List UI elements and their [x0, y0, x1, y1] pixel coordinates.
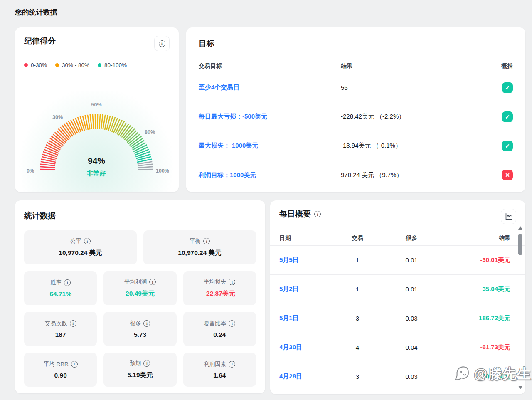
scroll-up-icon[interactable]	[518, 226, 522, 230]
stat-tile: 交易次数i187	[24, 312, 97, 346]
info-icon[interactable]: i	[229, 320, 235, 327]
daily-result: 186.72美元	[441, 314, 510, 322]
legend-dot-icon	[55, 63, 59, 67]
stat-tile: 平衡i10,970.24 美元	[143, 230, 256, 264]
daily-date-link[interactable]: 5月2日	[279, 285, 332, 293]
info-icon[interactable]: i	[143, 360, 150, 367]
daily-row: 4月30日40.04-61.73美元	[270, 333, 525, 362]
stat-value: 5.19美元	[127, 371, 153, 380]
legend-label: 0-30%	[31, 62, 47, 68]
discipline-title: 纪律得分	[24, 36, 56, 47]
daily-row: 5月5日10.01-30.01美元	[270, 246, 525, 275]
gauge-axis-label: 80%	[145, 129, 155, 135]
scroll-down-icon[interactable]	[518, 386, 522, 389]
daily-summary-header: 每日概要 i	[270, 200, 525, 224]
goal-status-check-icon: ✓	[502, 141, 513, 151]
goal-link[interactable]: 每日最大亏损：-500美元	[199, 113, 341, 121]
info-icon: i	[159, 40, 165, 47]
daily-trades: 1	[332, 257, 382, 264]
stat-tile: 公平i10,970.24 美元	[24, 230, 137, 264]
goal-row: 最大损失：-1000美元-13.94美元 （-0.1%）✓	[186, 131, 525, 160]
info-icon[interactable]: i	[314, 211, 321, 217]
legend-item: 30% - 80%	[55, 62, 89, 68]
daily-table-body: 5月5日10.01-30.01美元5月2日10.0135.04美元5月1日30.…	[270, 246, 525, 391]
daily-date-link[interactable]: 5月1日	[279, 314, 332, 322]
daily-column-date: 日期	[279, 235, 332, 242]
gauge-status-label: 非常好	[87, 170, 106, 177]
stat-tile: 平均利润i20.49美元	[103, 271, 176, 305]
stat-label: 胜率i	[50, 279, 71, 286]
goal-status-check-icon: ✓	[502, 82, 513, 93]
daily-scrollbar[interactable]	[517, 226, 523, 389]
goals-column-goal: 交易目标	[199, 62, 341, 70]
goals-title: 目标	[199, 38, 513, 49]
daily-date-link[interactable]: 4月30日	[279, 343, 332, 351]
info-icon[interactable]: i	[84, 238, 91, 244]
daily-trades: 3	[332, 315, 382, 322]
info-icon[interactable]: i	[149, 279, 156, 285]
daily-row: 4月28日30.0310.01美元	[270, 362, 525, 391]
scrollbar-thumb[interactable]	[518, 234, 522, 255]
info-icon[interactable]: i	[64, 279, 71, 286]
legend-dot-icon	[24, 63, 28, 67]
gauge-axis-label: 0%	[27, 168, 34, 174]
stat-label: 平均利润i	[124, 278, 156, 286]
gauge-value: 94%	[88, 156, 105, 165]
daily-row: 5月2日10.0135.04美元	[270, 275, 525, 304]
info-icon[interactable]: i	[229, 279, 235, 285]
daily-lots: 0.03	[382, 315, 441, 322]
goals-table-body: 至少4个交易日55✓每日最大亏损：-500美元-228.42美元 （-2.2%）…	[186, 73, 525, 190]
stat-tile: 胜率i64.71%	[24, 271, 97, 305]
daily-result: 35.04美元	[441, 285, 510, 293]
daily-trades: 4	[332, 344, 382, 351]
legend-item: 0-30%	[24, 62, 47, 68]
statistics-tiles: 公平i10,970.24 美元平衡i10,970.24 美元胜率i64.71%平…	[24, 230, 256, 387]
info-icon[interactable]: i	[203, 238, 210, 244]
discipline-info-button[interactable]: i	[154, 36, 170, 51]
stat-tile: 很多i5.73	[103, 312, 176, 346]
stat-label: 交易次数i	[45, 320, 76, 327]
daily-date-link[interactable]: 5月5日	[279, 256, 332, 264]
daily-row: 5月1日30.03186.72美元	[270, 304, 525, 333]
daily-lots: 0.03	[382, 373, 441, 380]
stat-value: 20.49美元	[126, 289, 155, 298]
info-icon[interactable]: i	[143, 320, 150, 327]
goals-table-header: 交易目标 结果 概括	[186, 59, 525, 73]
discipline-gauge: 0%30%50%80%100%94%非常好	[15, 91, 179, 192]
goal-result: 55	[341, 84, 502, 91]
info-icon[interactable]: i	[71, 361, 78, 368]
info-icon[interactable]: i	[70, 320, 76, 327]
stat-tile: 平均 RRRi0.90	[24, 353, 97, 387]
stat-value: 187	[55, 331, 66, 338]
stat-value: 10,970.24 美元	[178, 249, 221, 257]
daily-date-link[interactable]: 4月28日	[279, 373, 332, 380]
goal-status-cross-icon: ✕	[502, 170, 513, 180]
daily-lots: 0.04	[382, 344, 441, 351]
goal-link[interactable]: 利润目标：1000美元	[199, 171, 341, 179]
info-icon[interactable]: i	[229, 361, 235, 368]
gauge-legend: 0-30%30% - 80%80-100%	[24, 62, 170, 68]
daily-result: 10.01美元	[441, 373, 510, 380]
daily-column-trades: 交易	[332, 235, 382, 242]
stat-label: 很多i	[130, 320, 150, 327]
goals-card: 目标 交易目标 结果 概括 至少4个交易日55✓每日最大亏损：-500美元-22…	[186, 27, 525, 192]
goals-column-summary: 概括	[496, 62, 513, 70]
goal-link[interactable]: 至少4个交易日	[199, 84, 341, 91]
daily-column-result: 结果	[441, 235, 510, 242]
stat-label: 平均损失i	[204, 278, 235, 286]
stat-value: -22.87美元	[204, 289, 235, 298]
daily-result: -30.01美元	[441, 256, 510, 264]
stat-tile: 预期i5.19美元	[103, 353, 176, 387]
gauge-axis-label: 100%	[156, 168, 169, 174]
goal-row: 至少4个交易日55✓	[186, 73, 525, 102]
stat-label: 夏普比率i	[204, 320, 235, 327]
line-chart-icon	[505, 213, 512, 220]
daily-trades: 3	[332, 373, 382, 380]
stat-label: 预期i	[130, 360, 150, 367]
discipline-score-card: 纪律得分 i 0-30%30% - 80%80-100% 0%30%50%80%…	[15, 27, 179, 192]
daily-summary-title: 每日概要	[279, 209, 311, 220]
goal-status-check-icon: ✓	[502, 111, 513, 122]
statistics-card: 统计数据 公平i10,970.24 美元平衡i10,970.24 美元胜率i64…	[15, 200, 265, 393]
goal-link[interactable]: 最大损失：-1000美元	[199, 142, 341, 150]
daily-chart-view-button[interactable]	[501, 209, 516, 224]
